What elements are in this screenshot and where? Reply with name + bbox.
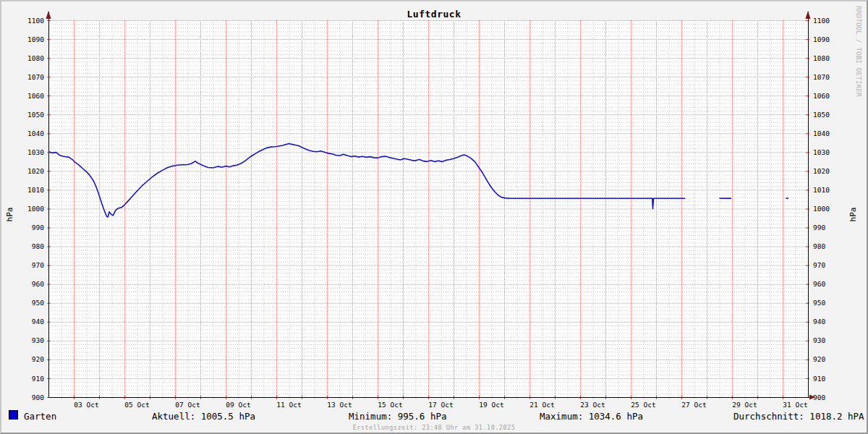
x-tick-label: 21 Oct	[529, 401, 554, 409]
y-tick-label-right: 930	[813, 336, 825, 344]
x-tick-label: 15 Oct	[378, 401, 402, 409]
y-tick-label-right: 990	[813, 224, 825, 231]
y-tick-label-right: 1050	[813, 111, 830, 119]
x-tick-label: 13 Oct	[327, 401, 352, 409]
y-tick-label-left: 930	[32, 336, 44, 344]
y-tick-label-right: 980	[813, 242, 825, 250]
y-tick-label-left: 1080	[27, 54, 44, 62]
y-tick-label-left: 900	[32, 393, 44, 401]
y-tick-label-left: 1020	[27, 167, 44, 175]
y-tick-label-left: 1050	[27, 111, 44, 119]
y-tick-label-left: 1010	[27, 186, 44, 194]
y-tick-label-left: 990	[32, 224, 44, 231]
creation-timestamp: Erstellungszeit: 23:48 Uhr am 31.10.2025	[1, 424, 867, 431]
x-tick-label: 09 Oct	[226, 401, 250, 409]
stat-maximum: Maximum: 1034.6 hPa	[540, 411, 643, 422]
y-tick-label-right: 900	[813, 393, 825, 401]
y-tick-label-left: 1090	[27, 35, 44, 43]
stat-average: Durchschnitt: 1018.2 hPA	[733, 411, 864, 422]
y-tick-label-left: 1030	[27, 148, 44, 156]
x-tick-label: 03 Oct	[74, 401, 98, 409]
y-tick-label-right: 910	[813, 375, 825, 383]
x-tick-label: 11 Oct	[276, 401, 301, 409]
legend-swatch-garten	[9, 410, 18, 420]
x-tick-label: 17 Oct	[428, 401, 453, 409]
x-tick-label: 05 Oct	[124, 401, 149, 409]
y-tick-label-left: 950	[32, 299, 44, 307]
y-tick-label-left: 1040	[27, 129, 44, 137]
y-tick-label-left: 1000	[27, 205, 44, 213]
y-tick-label-left: 980	[32, 242, 44, 250]
y-tick-label-right: 1070	[813, 73, 830, 81]
y-tick-label-left: 970	[32, 261, 44, 269]
x-tick-label: 29 Oct	[732, 401, 757, 409]
y-tick-label-left: 910	[32, 375, 44, 383]
y-axis-label-left: hPa	[5, 203, 14, 227]
y-tick-label-right: 1000	[813, 205, 830, 213]
pressure-line-chart: 1100110010901090108010801070107010601060…	[0, 0, 868, 434]
y-tick-label-left: 1070	[27, 73, 44, 81]
y-tick-label-right: 1060	[813, 92, 830, 100]
y-tick-label-left: 960	[32, 280, 44, 288]
y-tick-label-left: 940	[32, 318, 44, 326]
y-tick-label-right: 950	[813, 299, 825, 307]
x-tick-label: 19 Oct	[479, 401, 503, 409]
y-tick-label-right: 1090	[813, 35, 830, 43]
x-tick-label: 23 Oct	[580, 401, 605, 409]
x-tick-label: 27 Oct	[681, 401, 706, 409]
y-axis-label-right: hPa	[848, 203, 858, 227]
y-tick-label-right: 940	[813, 318, 825, 326]
x-tick-label: 31 Oct	[783, 401, 807, 409]
y-tick-label-right: 1040	[813, 129, 830, 137]
y-tick-label-left: 920	[32, 355, 44, 363]
chart-title: Luftdruck	[1, 9, 867, 20]
y-tick-label-left: 1060	[27, 92, 44, 100]
stat-minimum: Minimum: 995.6 hPa	[349, 411, 446, 422]
y-tick-label-right: 920	[813, 355, 825, 363]
x-tick-label: 07 Oct	[175, 401, 200, 409]
y-tick-label-right: 960	[813, 280, 825, 288]
x-tick-label: 25 Oct	[631, 401, 655, 409]
y-tick-label-right: 1020	[813, 167, 830, 175]
y-tick-label-right: 1030	[813, 148, 830, 156]
rrdtool-graph-frame: 1100110010901090108010801070107010601060…	[0, 0, 868, 434]
y-tick-label-right: 1080	[813, 54, 830, 62]
y-tick-label-right: 1010	[813, 186, 830, 194]
rrdtool-watermark: RRDTOOL / TOBI OETIKER	[855, 6, 863, 97]
legend-label-garten: Garten	[24, 411, 56, 422]
stat-current: Aktuell: 1005.5 hPa	[152, 411, 255, 422]
y-tick-label-right: 970	[813, 261, 825, 269]
